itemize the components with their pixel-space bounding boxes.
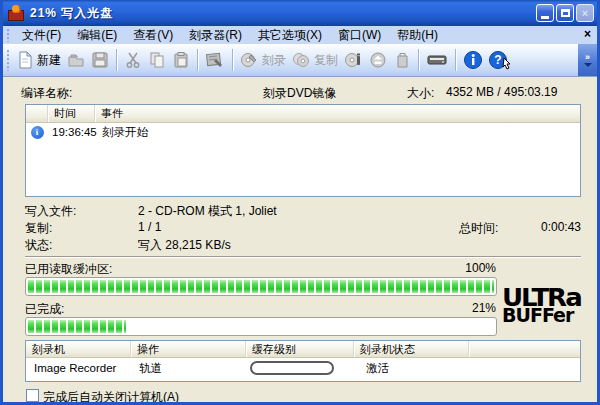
size-value: 4352 MB / 495:03.19 [446, 85, 557, 99]
ultrabuffer-logo: ULTRa BUFFer [502, 287, 581, 324]
menubar-grip[interactable] [5, 28, 10, 42]
eject-button [366, 47, 391, 73]
minimize-button[interactable] [536, 4, 554, 22]
eject-icon [369, 51, 388, 69]
burn-settings-button[interactable] [202, 47, 228, 73]
recorder-status-column[interactable]: 刻录机状态 [354, 341, 469, 357]
status-cell: 激活 [354, 361, 469, 376]
cut-button [121, 47, 145, 73]
maximize-button[interactable] [556, 4, 574, 22]
maximize-icon [561, 9, 570, 17]
menu-edit[interactable]: 编辑(E) [69, 26, 125, 45]
write-file-value: 2 - CD-ROM 模式 1, Joliet [138, 203, 277, 220]
open-button [64, 47, 88, 73]
new-document-icon [16, 51, 34, 69]
toolbar-overflow-button[interactable]: » [578, 44, 597, 76]
separator-line [25, 256, 581, 257]
clipboard-icon [172, 51, 190, 69]
shutdown-checkbox-label[interactable]: 完成后自动关闭计算机(A) [43, 389, 179, 405]
toolbar-separator [232, 49, 233, 71]
info-icon: i [31, 126, 44, 139]
disc-info-icon [344, 51, 363, 69]
burn-button: 刻录 [237, 47, 289, 73]
menu-view[interactable]: 查看(V) [125, 26, 181, 45]
burn-button-label: 刻录 [262, 52, 286, 69]
log-row[interactable]: i 19:36:45 刻录开始 [26, 123, 580, 141]
new-compilation-button[interactable]: 新建 [13, 47, 64, 73]
open-folder-icon [67, 51, 85, 69]
log-event-column[interactable]: 事件 [95, 105, 580, 122]
disc-info-button [341, 47, 366, 73]
menu-window[interactable]: 窗口(W) [330, 26, 389, 45]
recorder-table[interactable]: 刻录机 操作 缓存级别 刻录机状态 Image Recorder 轨道 激活 [25, 340, 581, 382]
menu-bar: 文件(F) 编辑(E) 查看(V) 刻录器(R) 其它选项(X) 窗口(W) 帮… [3, 26, 597, 44]
svg-text:?: ? [494, 53, 501, 67]
logo-line1: ULTRa [502, 288, 581, 308]
help-button[interactable]: ? [486, 47, 516, 73]
save-button [88, 47, 112, 73]
buffer-level-bar [250, 361, 334, 375]
menu-file[interactable]: 文件(F) [14, 26, 69, 45]
info-button[interactable] [460, 47, 486, 73]
read-buffer-percent: 100% [448, 261, 496, 275]
recorder-table-header: 刻录机 操作 缓存级别 刻录机状态 [26, 341, 580, 358]
copy-count-value: 1 / 1 [138, 220, 161, 234]
event-log-header: 时间 事件 [26, 105, 580, 123]
total-time-label: 总时间: [459, 220, 498, 237]
copy-disc-button: 复制 [289, 47, 341, 73]
cover-designer-button [391, 47, 414, 73]
buffer-level-column[interactable]: 缓存级别 [246, 341, 354, 357]
read-buffer-label: 已用读取缓冲区: [25, 261, 112, 278]
toolbar-grip[interactable] [5, 49, 10, 71]
recorder-row[interactable]: Image Recorder 轨道 激活 [26, 358, 580, 378]
status-value: 写入 28,215 KB/s [138, 237, 231, 254]
toolbar: 新建 [3, 44, 597, 77]
log-time-cell: 19:36:45 [48, 126, 95, 138]
toolbar-separator [197, 49, 198, 71]
close-button: × [576, 4, 594, 22]
drive-select-button[interactable] [423, 47, 451, 73]
copy-button [145, 47, 169, 73]
done-progressbar [25, 317, 497, 336]
menu-help[interactable]: 帮助(H) [389, 26, 446, 45]
compilation-name-label: 编译名称: [21, 85, 72, 102]
menu-recorder[interactable]: 刻录器(R) [181, 26, 250, 45]
toolbar-separator [116, 49, 117, 71]
done-label: 已完成: [25, 301, 64, 318]
drive-icon [426, 51, 448, 69]
burn-progress-window: 21% 写入光盘 × 文件(F) 编辑(E) 查看(V) 刻录器(R) 其它选项… [0, 0, 600, 405]
label-tag-icon [394, 51, 411, 69]
event-log-list[interactable]: 时间 事件 i 19:36:45 刻录开始 [25, 104, 581, 197]
new-button-label: 新建 [37, 52, 61, 69]
operation-column[interactable]: 操作 [131, 341, 246, 357]
toolbar-separator [418, 49, 419, 71]
done-percent: 21% [448, 301, 496, 315]
toolbar-separator [455, 49, 456, 71]
title-bar[interactable]: 21% 写入光盘 × [0, 0, 600, 26]
window-title: 21% 写入光盘 [30, 5, 113, 22]
burn-tools-icon [205, 51, 225, 69]
done-fill [28, 320, 126, 333]
copy-count-label: 复制: [25, 220, 52, 237]
log-time-column[interactable]: 时间 [48, 105, 95, 122]
paste-button [169, 47, 193, 73]
chevron-down-icon [584, 63, 592, 67]
shutdown-checkbox[interactable] [26, 389, 39, 402]
log-event-cell: 刻录开始 [95, 125, 580, 140]
size-label: 大小: [407, 85, 434, 102]
buffer-level-cell [246, 361, 354, 375]
recorder-cell: Image Recorder [26, 362, 131, 374]
recorder-column[interactable]: 刻录机 [26, 341, 131, 357]
read-buffer-progressbar [25, 277, 497, 296]
scissors-icon [124, 51, 142, 69]
chevron-right-icon: » [585, 53, 590, 61]
menu-extras[interactable]: 其它选项(X) [250, 26, 330, 45]
empty-column [469, 341, 580, 357]
mdi-close-icon[interactable]: × [584, 27, 591, 41]
save-floppy-icon [91, 51, 109, 69]
help-icon: ? [489, 50, 513, 70]
write-file-label: 写入文件: [25, 203, 76, 220]
log-icon-column[interactable] [26, 105, 48, 122]
burn-disc-icon [240, 51, 259, 69]
info-icon [463, 50, 483, 70]
